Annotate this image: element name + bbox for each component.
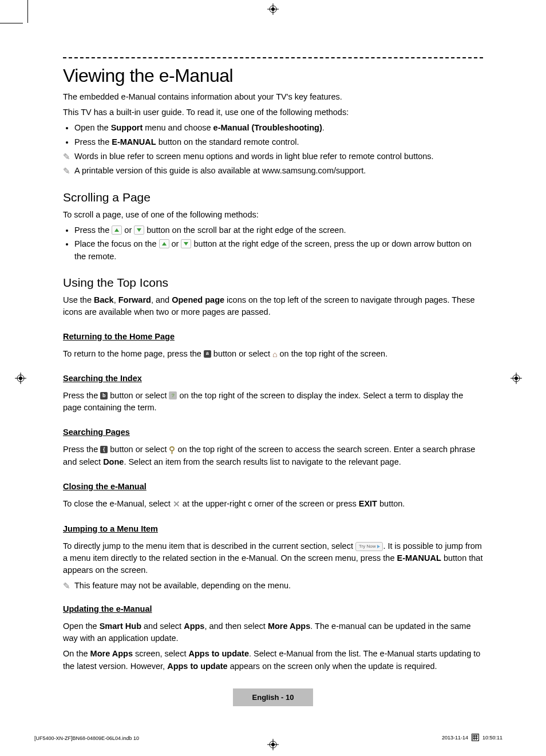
subsection-heading: Updating the e-Manual xyxy=(63,604,152,613)
updating-p2: On the More Apps screen, select Apps to … xyxy=(63,648,483,672)
search-text: Press the { button or select ⚲ on the to… xyxy=(63,444,483,468)
registration-mark-icon xyxy=(511,373,522,384)
closing-text: To close the e-Manual, select ✕ at the u… xyxy=(63,498,483,510)
subsection-heading: Searching Pages xyxy=(63,428,130,437)
subsection-heading: Jumping to a Menu Item xyxy=(63,524,158,533)
remote-b-icon: b xyxy=(100,392,108,399)
open-methods-list: Open the Support menu and choose e-Manua… xyxy=(63,122,483,149)
try-now-button-icon: Try Now xyxy=(355,542,383,551)
home-text: To return to the home page, press the a … xyxy=(63,348,483,360)
section-heading: Scrolling a Page xyxy=(63,191,483,204)
note-icon: ✎ xyxy=(63,580,74,593)
intro-line: The embedded e-Manual contains informati… xyxy=(63,91,483,103)
note-icon: ✎ xyxy=(63,151,74,164)
note-item: ✎ Words in blue refer to screen menu opt… xyxy=(63,151,483,164)
calendar-icon xyxy=(472,734,479,741)
remote-c-icon: { xyxy=(100,446,108,453)
section-heading: Using the Top Icons xyxy=(63,276,483,290)
list-item: Place the focus on the or button at the … xyxy=(74,238,483,263)
registration-mark-icon xyxy=(15,373,26,384)
arrow-up-icon xyxy=(159,239,169,248)
registration-mark-icon xyxy=(267,739,279,750)
page-title: Viewing the e-Manual xyxy=(63,57,483,86)
scroll-intro: To scroll a page, use of one of the foll… xyxy=(63,209,483,221)
list-item: Press the or button on the scroll bar at… xyxy=(74,224,483,237)
intro-line: This TV has a built-in user guide. To re… xyxy=(63,106,483,118)
svg-point-11 xyxy=(515,377,518,380)
note-item: ✎ A printable version of this guide is a… xyxy=(63,165,483,178)
arrow-down-icon xyxy=(134,225,144,235)
arrow-down-icon xyxy=(181,239,191,248)
note-item: ✎ This feature may not be available, dep… xyxy=(63,580,483,593)
subsection-heading: Returning to the Home Page xyxy=(63,332,175,341)
index-icon xyxy=(169,391,177,399)
home-icon: ⌂ xyxy=(272,350,277,359)
topicons-intro: Use the Back, Forward, and Opened page i… xyxy=(63,294,483,318)
print-job-timestamp: 2013-11-14 10:50:11 xyxy=(442,734,503,741)
list-item: Press the E-MANUAL button on the standar… xyxy=(74,136,483,149)
updating-p1: Open the Smart Hub and select Apps, and … xyxy=(63,620,483,644)
registration-mark-icon xyxy=(267,3,279,15)
note-icon: ✎ xyxy=(63,165,74,178)
page-content: Viewing the e-Manual The embedded e-Manu… xyxy=(63,57,483,706)
subsection-heading: Closing the e-Manual xyxy=(63,482,147,491)
close-icon: ✕ xyxy=(173,500,180,509)
print-job-filename: [UF5400-XN-ZF]BN68-04809E-06L04.indb 10 xyxy=(34,735,139,741)
svg-point-3 xyxy=(271,7,275,11)
arrow-up-icon xyxy=(112,225,122,235)
remote-a-icon: a xyxy=(204,350,211,358)
svg-point-7 xyxy=(19,377,22,380)
scroll-list: Press the or button on the scroll bar at… xyxy=(63,224,483,263)
play-icon xyxy=(377,545,380,548)
jumping-text: To directly jump to the menu item that i… xyxy=(63,540,483,576)
svg-point-15 xyxy=(271,743,275,746)
search-icon: ⚲ xyxy=(169,445,175,454)
page-number-footer: English - 10 xyxy=(233,688,313,706)
subsection-heading: Searching the Index xyxy=(63,374,142,383)
list-item: Open the Support menu and choose e-Manua… xyxy=(74,122,483,134)
index-text: Press the b button or select on the top … xyxy=(63,390,483,414)
